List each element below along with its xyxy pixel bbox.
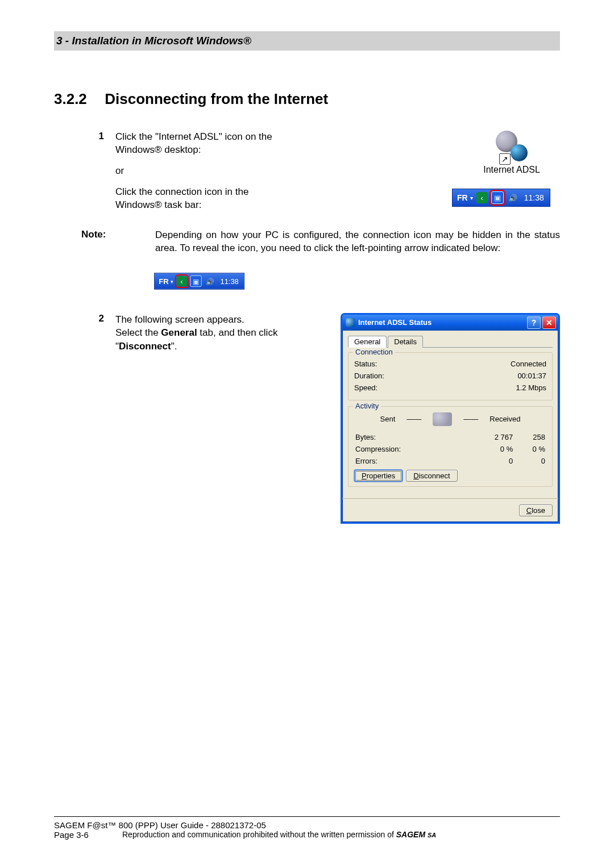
activity-received-label: Received [489, 415, 520, 423]
dialog-app-icon [346, 318, 355, 327]
tray-connection-icon[interactable]: ▣ [491, 191, 504, 204]
bytes-received: 258 [514, 432, 545, 443]
duration-label: Duration: [354, 372, 384, 380]
duration-value: 00:01:37 [517, 372, 546, 380]
tray-expand-chevron-icon[interactable]: ‹ [176, 276, 186, 286]
note-label: Note: [81, 229, 155, 255]
tray-lang[interactable]: FR [457, 193, 468, 202]
comp-sent: 0 % [468, 444, 513, 454]
taskbar-tray: FR ▾ ‹ ▣ 🔊 11:38 [452, 189, 550, 207]
tray-expand-chevron-icon[interactable]: ‹ [476, 192, 488, 203]
activity-group: Activity Sent —— —— Received Bytes:2 767… [348, 406, 553, 487]
footer-page-number: Page 3-6 [54, 830, 122, 840]
chapter-title: Installation in Microsoft Windows [72, 35, 243, 47]
dialog-tabs: General Details [348, 335, 553, 348]
activity-legend: Activity [353, 402, 381, 410]
registered-mark: ® [243, 35, 251, 47]
section-title: Disconnecting from the Internet [105, 90, 328, 107]
status-value: Connected [511, 360, 546, 368]
footer-line-1: SAGEM F@st™ 800 (PPP) User Guide - 28802… [54, 820, 560, 830]
status-label: Status: [354, 360, 377, 368]
tray-lang-caret-icon[interactable]: ▾ [470, 195, 473, 201]
tab-details[interactable]: Details [388, 336, 423, 348]
page-footer: SAGEM F@st™ 800 (PPP) User Guide - 28802… [54, 816, 560, 840]
close-button[interactable]: Close [519, 504, 553, 516]
tab-general[interactable]: General [348, 336, 387, 348]
row-compression: Compression:0 %0 % [355, 444, 545, 454]
titlebar-help-button[interactable]: ? [527, 316, 541, 329]
section-number: 3.2.2 [54, 90, 101, 108]
tray-lang-caret-icon[interactable]: ▾ [171, 278, 173, 284]
row-bytes: Bytes:2 767258 [355, 432, 545, 443]
step-number-2: 2 [81, 313, 115, 324]
tray-volume-icon[interactable]: 🔊 [205, 276, 215, 286]
taskbar-tray-example: FR ▾ ‹ ▣ 🔊 11:38 [154, 273, 244, 289]
comp-received: 0 % [514, 444, 545, 454]
step-1-or: or [115, 165, 286, 178]
disconnect-button[interactable]: Disconnect [406, 470, 457, 482]
speed-value: 1.2 Mbps [516, 383, 546, 392]
step-number-1: 1 [81, 131, 115, 212]
connection-legend: Connection [353, 348, 395, 356]
globe-icon: ↗ [496, 131, 528, 162]
desktop-shortcut-internet-adsl[interactable]: ↗ Internet ADSL [463, 131, 560, 175]
err-received: 0 [514, 456, 545, 466]
note-body: Depending on how your PC is configured, … [155, 229, 560, 255]
status-dialog: Internet ADSL Status ? ✕ General Details… [341, 313, 560, 524]
chapter-num: 3 [56, 35, 63, 47]
shortcut-arrow-icon: ↗ [499, 153, 511, 165]
speed-label: Speed: [354, 383, 377, 392]
step-1-text: Click the "Internet ADSL" icon on the Wi… [115, 131, 286, 212]
dialog-titlebar[interactable]: Internet ADSL Status ? ✕ [342, 315, 558, 331]
tray-clock: 11:38 [524, 193, 544, 202]
section-heading: 3.2.2 Disconnecting from the Internet [54, 90, 560, 108]
step-2-text: The following screen appears. Select the… [115, 313, 280, 353]
dialog-title: Internet ADSL Status [358, 318, 432, 327]
chapter-header: 3 - Installation in Microsoft Windows® [54, 31, 560, 51]
desktop-icon-label: Internet ADSL [463, 165, 560, 175]
properties-button[interactable]: Properties [354, 470, 403, 482]
err-sent: 0 [468, 456, 513, 466]
footer-notice: Reproduction and communication prohibite… [122, 830, 560, 840]
activity-computers-icon [433, 412, 452, 426]
activity-sent-label: Sent [380, 415, 396, 423]
bytes-sent: 2 767 [468, 432, 513, 443]
tray-clock: 11:38 [221, 277, 239, 285]
connection-group: Connection Status:Connected Duration:00:… [348, 352, 553, 400]
row-errors: Errors:00 [355, 456, 545, 466]
tray-lang[interactable]: FR [159, 277, 168, 285]
tray-connection-icon[interactable]: ▣ [190, 275, 201, 286]
titlebar-close-button[interactable]: ✕ [542, 316, 556, 329]
tray-volume-icon[interactable]: 🔊 [507, 192, 518, 203]
